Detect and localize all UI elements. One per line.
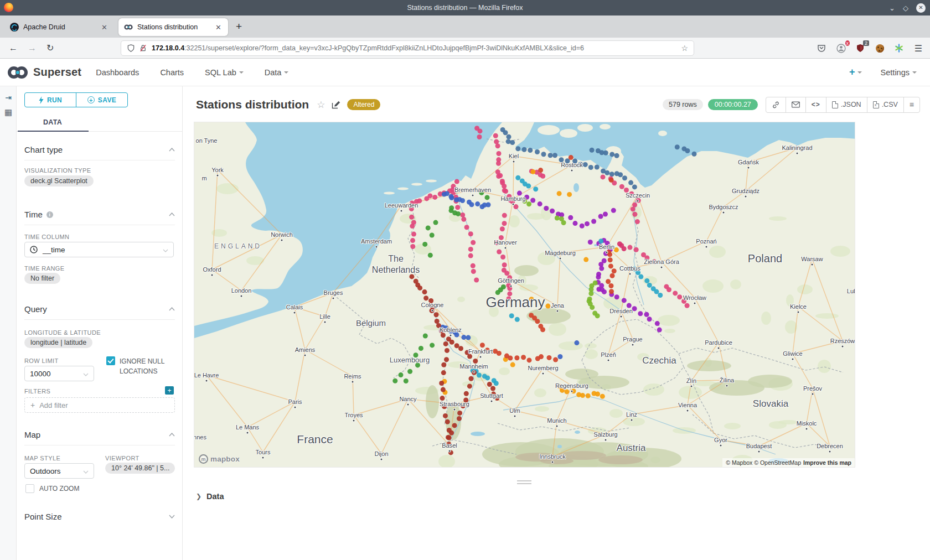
superset-logo[interactable]: Superset [7, 65, 81, 80]
tab-data[interactable]: DATA [17, 113, 89, 132]
code-button[interactable]: <> [806, 97, 826, 112]
extension-asterisk-icon[interactable] [894, 43, 904, 53]
edit-properties-icon[interactable] [332, 100, 340, 109]
section-query[interactable]: Query [24, 299, 175, 320]
ignore-null-label: IGNORE NULL LOCATIONS [120, 356, 174, 376]
time-column-select[interactable]: __time [24, 242, 174, 257]
nav-item-sql-lab[interactable]: SQL Lab [205, 68, 244, 77]
save-button[interactable]: + SAVE [76, 93, 127, 107]
data-point [622, 246, 627, 251]
lonlat-value[interactable]: longitude | latitude [24, 337, 92, 348]
map-city-label: Reims [344, 373, 361, 380]
data-point [677, 294, 682, 299]
window-maximize-icon[interactable]: ◇ [903, 4, 908, 12]
dataset-grid-icon[interactable]: ▦ [0, 107, 17, 117]
nav-item-data[interactable]: Data [265, 68, 289, 77]
tab-close-icon[interactable]: ✕ [214, 23, 223, 32]
data-point [457, 416, 462, 421]
nav-item-charts[interactable]: Charts [160, 68, 184, 77]
reload-button[interactable]: ↻ [46, 43, 54, 53]
nav-item-dashboards[interactable]: Dashboards [96, 68, 139, 77]
data-point [427, 193, 432, 198]
data-point [655, 321, 660, 326]
ignore-null-checkbox[interactable] [106, 356, 115, 365]
shield-icon[interactable] [127, 44, 135, 53]
section-point-size[interactable]: Point Size [24, 506, 175, 527]
viz-type-value[interactable]: deck.gl Scatterplot [24, 175, 94, 186]
lock-insecure-icon[interactable] [139, 44, 147, 53]
data-point [675, 144, 680, 149]
favorite-star-icon[interactable]: ☆ [317, 99, 325, 111]
new-tab-button[interactable]: + [236, 20, 242, 33]
email-button[interactable] [786, 97, 806, 112]
collapse-panel-icon[interactable]: ⇥ [0, 93, 17, 102]
section-map[interactable]: Map [24, 424, 175, 445]
city-dot [473, 371, 475, 373]
file-json-button[interactable]: .JSON [826, 97, 867, 112]
row-limit-select[interactable]: 10000 [24, 366, 94, 381]
time-range-value[interactable]: No filter [24, 273, 60, 284]
chevron-up-icon [169, 433, 175, 437]
tab-apache-druid[interactable]: Apache Druid ✕ [4, 18, 114, 36]
add-filter-box[interactable]: + Add filter [24, 397, 175, 413]
file-csv-button[interactable]: .CSV [867, 97, 904, 112]
mapbox-logo[interactable]: mmapbox [199, 454, 240, 464]
cookie-icon[interactable] [875, 43, 885, 53]
map-style-select[interactable]: Outdoors [24, 463, 94, 479]
map-city-label: Mannheim [459, 363, 488, 370]
map-city-label: Le Havre [194, 372, 219, 378]
map-attribution[interactable]: © Mapbox © OpenStreetMapImprove this map [722, 458, 855, 467]
auto-zoom-checkbox[interactable] [25, 484, 34, 493]
add-new-button[interactable]: + [849, 66, 862, 78]
data-point [441, 370, 446, 375]
ublock-icon[interactable]: 2 [855, 43, 865, 53]
brand-name[interactable]: Superset [33, 66, 81, 79]
lightning-icon [39, 96, 44, 104]
data-point [494, 381, 499, 386]
row-count-badge: 579 rows [663, 99, 703, 110]
bookmark-star-icon[interactable]: ☆ [681, 44, 688, 53]
menu-button[interactable]: ≡ [904, 97, 919, 112]
pocket-icon[interactable] [817, 43, 826, 53]
url-text[interactable]: 172.18.0.4:32251/superset/explore/?form_… [152, 44, 676, 52]
map-city-label: Kaliningrad [782, 144, 812, 151]
url-bar[interactable]: 172.18.0.4:32251/superset/explore/?form_… [121, 40, 694, 56]
data-point [609, 172, 614, 177]
run-button[interactable]: RUN [25, 93, 76, 107]
window-minimize-icon[interactable]: ⌄ [889, 4, 895, 12]
data-section-toggle[interactable]: ❯ Data [196, 492, 224, 501]
druid-favicon [10, 23, 19, 32]
settings-menu[interactable]: Settings [881, 68, 917, 77]
account-icon[interactable]: x [836, 43, 846, 53]
data-point [410, 238, 415, 243]
section-time[interactable]: Timei [24, 204, 175, 225]
map-city-label: Gliwice [783, 350, 802, 357]
data-point [497, 151, 502, 156]
add-filter-plus-button[interactable]: + [165, 386, 174, 395]
data-point [411, 232, 416, 237]
data-point [632, 212, 637, 217]
map-city-label: Lille [319, 313, 330, 320]
window-close-icon[interactable]: ✕ [916, 3, 926, 13]
link-button[interactable] [766, 97, 786, 112]
improve-map-link[interactable]: Improve this map [803, 459, 851, 466]
tab-stations-distribution[interactable]: Stations distribution ✕ [118, 18, 228, 36]
data-point [514, 355, 519, 360]
data-point [596, 274, 601, 279]
back-button[interactable]: ← [9, 43, 18, 53]
data-point [418, 346, 423, 351]
menu-icon[interactable]: ☰ [913, 43, 923, 53]
panel-resize-handle[interactable] [517, 480, 531, 484]
forward-button[interactable]: → [28, 43, 37, 53]
data-point [557, 191, 562, 196]
data-point [444, 357, 449, 362]
data-point [504, 271, 509, 276]
data-point [530, 198, 535, 203]
data-point [548, 153, 553, 158]
section-chart-type[interactable]: Chart type [24, 139, 175, 160]
viewport-value[interactable]: 10° 24' 49.86" | 5... [105, 463, 175, 474]
deckgl-scatterplot-map[interactable]: on TynemYorkNorwichOxfordLondonCalaisBru… [194, 122, 855, 468]
map-city-label: Szczecin [626, 192, 650, 199]
map-city-label: Bruges [324, 289, 343, 296]
tab-close-icon[interactable]: ✕ [100, 23, 108, 32]
